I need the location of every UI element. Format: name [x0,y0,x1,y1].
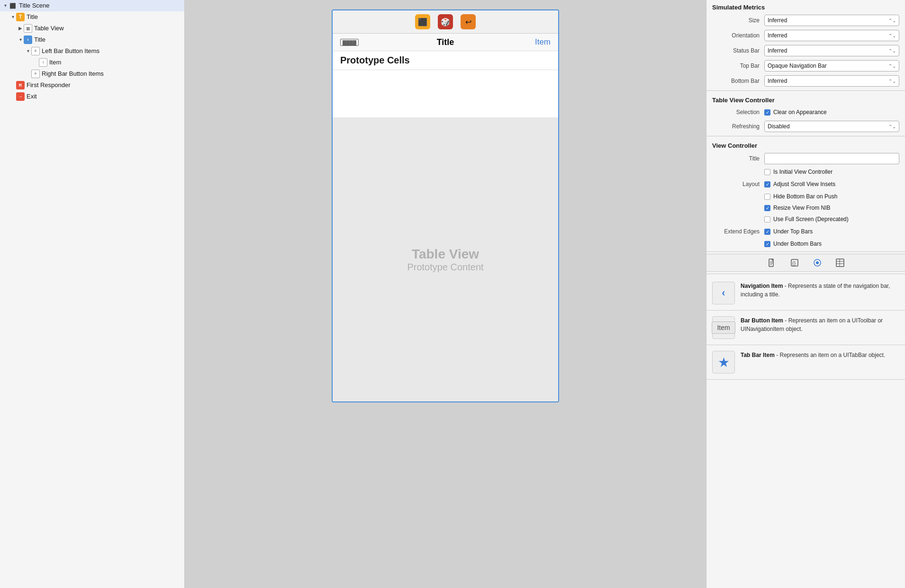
nav-bar-left-item[interactable]: Item [535,37,551,47]
under-top-bars-checkbox[interactable] [764,229,770,235]
tree-label-title-scene: Title Scene [19,1,50,10]
tree-arrow-table-view: ▶ [17,24,24,33]
bottom-bar-select[interactable]: Inferred ⌃⌄ [764,75,899,87]
tree-item-title-child[interactable]: ▾‹Title [0,34,184,45]
status-bar-select-arrow: ⌃⌄ [888,48,896,53]
battery-indicator: ▓▓▓▓ [340,39,359,46]
tree-item-first-responder[interactable]: RFirst Responder [0,80,184,91]
inspector-tab-circle[interactable] [812,257,823,268]
hide-bottom-bar-row: Hide Bottom Bar on Push [706,191,905,202]
vc-title-input[interactable] [764,153,899,164]
phone-frame: ⬛ 🎲 ↩ ▓▓▓▓ Title Item Prototype Cells Ta… [332,9,559,402]
tree-icon-left-bar-button-items: ≡ [31,47,40,55]
nav-bar-title: Title [437,37,454,47]
tree-item-table-view[interactable]: ▶▦Table View [0,23,184,34]
orientation-label: Orientation [712,32,760,39]
toolbar-icon-orange[interactable]: ↩ [461,14,476,29]
top-bar-select-arrow: ⌃⌄ [888,63,896,69]
svg-rect-8 [836,259,844,267]
tree-icon-title-child: ‹ [24,36,32,44]
tree-icon-title-root: T [16,13,25,21]
inspector-tab-table[interactable] [834,257,846,268]
status-bar-row: Status Bar Inferred ⌃⌄ [706,43,905,58]
size-label: Size [712,17,760,24]
size-select[interactable]: Inferred ⌃⌄ [764,15,899,26]
info-card-bar-button-item: Item Bar Button Item - Represents an ite… [706,311,905,345]
adjust-scroll-checkbox[interactable] [764,181,770,187]
tab-bar-item-text: Tab Bar Item - Represents an item on a U… [741,351,885,359]
orientation-row: Orientation Inferred ⌃⌄ [706,28,905,43]
bottom-bar-select-arrow: ⌃⌄ [888,79,896,84]
tree-arrow-title-child: ▾ [17,35,24,45]
divider-2 [706,136,905,136]
inspector-tab-file[interactable] [766,257,778,268]
navigation-item-icon: ‹ [712,282,735,304]
tree-arrow-title-scene: ▾ [2,1,9,10]
tree-item-item[interactable]: IItem [0,57,184,68]
adjust-scroll-label: Adjust Scroll View Insets [773,181,835,187]
table-view-label: Table View [412,247,479,262]
tree-icon-exit: → [16,92,25,101]
tree-label-title-child: Title [34,35,45,45]
under-bottom-bars-row: Under Bottom Bars [706,238,905,249]
tree-arrow-title-root: ▾ [9,12,16,22]
tree-item-title-root[interactable]: ▾TTitle [0,11,184,23]
svg-text:{}: {} [792,260,796,266]
bar-button-item-text: Bar Button Item - Represents an item on … [741,316,899,333]
inspector-tabs: {} [706,254,905,272]
left-panel: ▾⬛Title Scene▾TTitle▶▦Table View▾‹Title▾… [0,0,185,588]
extend-edges-row: Extend Edges Under Top Bars [706,225,905,238]
tree-item-exit[interactable]: →Exit [0,91,184,102]
toolbar-icon-red[interactable]: 🎲 [438,14,453,29]
tree-label-first-responder: First Responder [27,80,70,90]
selection-checkbox[interactable] [764,109,770,116]
item-badge: Item [712,321,735,334]
navigation-item-title: Navigation Item [741,283,783,289]
tree-label-left-bar-button-items: Left Bar Button Items [42,46,100,56]
tree-label-table-view: Table View [34,24,64,33]
resize-from-nib-label: Resize View From NIB [773,205,830,211]
use-full-screen-label: Use Full Screen (Deprecated) [773,216,849,223]
layout-label: Layout [712,181,760,187]
tree-icon-item: I [39,58,47,67]
hide-bottom-bar-checkbox[interactable] [764,194,770,200]
tree-arrow-left-bar-button-items: ▾ [25,46,31,56]
under-bottom-bars-checkbox[interactable] [764,241,770,247]
toolbar-icon-yellow[interactable]: ⬛ [415,14,430,29]
use-full-screen-row: Use Full Screen (Deprecated) [706,214,905,225]
is-initial-checkbox[interactable] [764,169,770,175]
orientation-select[interactable]: Inferred ⌃⌄ [764,30,899,41]
use-full-screen-checkbox[interactable] [764,216,770,223]
orientation-select-arrow: ⌃⌄ [888,33,896,38]
divider-3 [706,251,905,252]
center-panel: ⬛ 🎲 ↩ ▓▓▓▓ Title Item Prototype Cells Ta… [185,0,706,588]
tree-icon-right-bar-button-items: ≡ [31,70,40,78]
tree-label-item: Item [49,58,61,67]
table-view-area: Table View Prototype Content [333,117,558,401]
tree-item-title-scene[interactable]: ▾⬛Title Scene [0,0,184,11]
resize-from-nib-checkbox[interactable] [764,205,770,211]
status-bar-select[interactable]: Inferred ⌃⌄ [764,45,899,56]
bottom-bar-row: Bottom Bar Inferred ⌃⌄ [706,73,905,89]
refreshing-select[interactable]: Disabled ⌃⌄ [764,121,899,132]
tree-item-right-bar-button-items[interactable]: ≡Right Bar Button Items [0,68,184,80]
inspector-tab-code[interactable]: {} [789,257,800,268]
under-bottom-bars-label: Under Bottom Bars [773,241,822,247]
phone-nav-bar: ▓▓▓▓ Title Item [333,34,558,51]
tree-label-title-root: Title [27,12,38,22]
top-bar-row: Top Bar Opaque Navigation Bar ⌃⌄ [706,58,905,73]
top-bar-select[interactable]: Opaque Navigation Bar ⌃⌄ [764,60,899,71]
selection-row: Selection Clear on Appearance [706,106,905,119]
is-initial-label: Is Initial View Controller [773,169,833,175]
tree-label-right-bar-button-items: Right Bar Button Items [42,69,104,79]
table-view-sublabel: Prototype Content [407,262,483,273]
prototype-cells-header: Prototype Cells [333,51,558,70]
svg-point-7 [816,261,819,264]
status-bar-label: Status Bar [712,47,760,54]
refreshing-row: Refreshing Disabled ⌃⌄ [706,119,905,134]
size-row: Size Inferred ⌃⌄ [706,13,905,28]
tree-item-left-bar-button-items[interactable]: ▾≡Left Bar Button Items [0,45,184,57]
star-icon: ★ [718,355,730,370]
top-bar-label: Top Bar [712,62,760,69]
bar-button-item-icon: Item [712,316,735,339]
